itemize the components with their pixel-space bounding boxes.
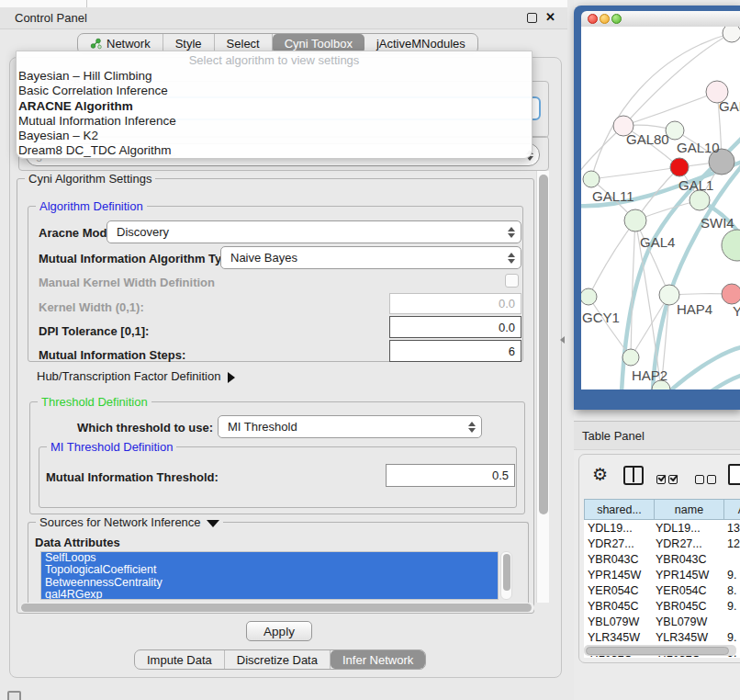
panel-title: Control Panel bbox=[15, 11, 87, 25]
network-canvas[interactable]: GAL GAL80 GAL10 GAL1 GAL11 SWI4 GAL4 GCY… bbox=[581, 27, 740, 390]
dropdown-item[interactable]: Dream8 DC_TDC Algorithm bbox=[17, 143, 532, 158]
mi-threshold-value: 0.5 bbox=[492, 469, 509, 482]
table-cell[interactable]: YBR043C bbox=[656, 551, 707, 567]
tab-discretize-data[interactable]: Discretize Data bbox=[225, 650, 331, 669]
list-item[interactable]: SelfLoops bbox=[41, 552, 498, 564]
node-label: GAL1 bbox=[678, 177, 713, 193]
network-node[interactable] bbox=[583, 171, 600, 187]
dropdown-placeholder: Select algorithm to view settings bbox=[17, 51, 532, 69]
network-node[interactable] bbox=[622, 349, 639, 366]
table-cell[interactable]: YBR045C bbox=[656, 598, 707, 614]
network-node[interactable] bbox=[722, 284, 740, 304]
kernel-width-label: Kernel Width (0,1): bbox=[39, 300, 144, 314]
table-cell[interactable]: 12 bbox=[727, 536, 740, 551]
tab-infer-network[interactable]: Infer Network bbox=[331, 650, 425, 669]
table-cell[interactable]: YDL19... bbox=[656, 520, 701, 536]
tab-label: jActiveMNodules bbox=[376, 37, 465, 51]
manual-kernel-checkbox[interactable] bbox=[505, 274, 519, 288]
minimized-panel-icon[interactable] bbox=[7, 691, 21, 700]
table-cell[interactable]: 9. bbox=[727, 629, 736, 645]
cyni-bottom-tabs: Impute Data Discretize Data Infer Networ… bbox=[134, 649, 426, 670]
table-horizontal-scrollbar[interactable] bbox=[584, 645, 736, 656]
node-table[interactable]: YDL19... YDL19... 13 YDR27... YDR27... 1… bbox=[584, 520, 740, 658]
spinner-icon bbox=[502, 227, 521, 238]
dropdown-item[interactable]: Bayesian – K2 bbox=[17, 129, 532, 143]
table-cell[interactable]: 13 bbox=[727, 520, 740, 536]
mi-steps-field[interactable]: 6 bbox=[389, 340, 521, 362]
network-window-titlebar[interactable] bbox=[581, 11, 740, 27]
dropdown-item[interactable]: Basic Correlation Inference bbox=[17, 84, 532, 98]
apply-button-label: Apply bbox=[263, 625, 295, 638]
select-all-checks-icon[interactable] bbox=[656, 471, 680, 488]
table-cell[interactable]: YLR345W bbox=[588, 629, 640, 645]
table-cell[interactable]: YLR345W bbox=[656, 629, 708, 645]
list-item[interactable]: gal4RGexp bbox=[41, 589, 498, 600]
table-cell[interactable]: YER054C bbox=[656, 582, 707, 598]
table-cell[interactable]: YBR043C bbox=[588, 551, 639, 567]
list-scrollbar[interactable] bbox=[500, 551, 512, 600]
table-cell[interactable]: YDL19... bbox=[588, 520, 633, 536]
mi-threshold-field[interactable]: 0.5 bbox=[386, 464, 515, 487]
table-panel-title: Table Panel bbox=[582, 429, 645, 443]
table-cell[interactable]: YBL079W bbox=[588, 614, 639, 629]
network-node[interactable] bbox=[690, 190, 710, 210]
network-node[interactable] bbox=[624, 209, 646, 231]
table-cell[interactable]: YDR27... bbox=[656, 536, 702, 551]
deselect-all-checks-icon[interactable] bbox=[695, 471, 719, 488]
network-node[interactable] bbox=[723, 27, 740, 42]
table-cell[interactable]: YDR27... bbox=[588, 536, 634, 551]
dropdown-item-selected[interactable]: ARACNE Algorithm bbox=[17, 99, 532, 114]
list-item[interactable]: BetweennessCentrality bbox=[41, 577, 498, 589]
sources-title-text: Sources for Network Inference bbox=[39, 515, 201, 529]
which-threshold-combo[interactable]: MI Threshold bbox=[218, 415, 482, 438]
tab-impute-data[interactable]: Impute Data bbox=[135, 650, 225, 669]
close-traffic-light[interactable] bbox=[588, 14, 598, 24]
settings-vertical-scrollbar[interactable] bbox=[536, 171, 549, 603]
dpi-tolerance-field[interactable]: 0.0 bbox=[389, 316, 521, 338]
mi-algo-type-combo[interactable]: Naive Bayes bbox=[220, 246, 521, 269]
table-cell[interactable]: YBL079W bbox=[656, 614, 707, 629]
list-item[interactable]: TopologicalCoefficient bbox=[41, 564, 498, 576]
dpi-tolerance-label: DPI Tolerance [0,1]: bbox=[39, 324, 149, 338]
table-cell[interactable]: 9. bbox=[727, 598, 736, 614]
data-attributes-list[interactable]: SelfLoops TopologicalCoefficient Between… bbox=[40, 551, 499, 600]
close-icon[interactable]: ✕ bbox=[545, 10, 555, 24]
which-threshold-value: MI Threshold bbox=[228, 420, 297, 434]
table-cell[interactable]: YER054C bbox=[588, 582, 639, 598]
column-header-shared[interactable]: shared... bbox=[584, 499, 655, 520]
column-header-name[interactable]: name bbox=[654, 499, 724, 520]
zoom-traffic-light[interactable] bbox=[611, 14, 622, 24]
minimize-traffic-light[interactable] bbox=[600, 14, 610, 24]
table-cell[interactable]: 9. bbox=[727, 567, 736, 582]
apply-button[interactable]: Apply bbox=[246, 621, 312, 641]
dropdown-item[interactable]: Bayesian – Hill Climbing bbox=[17, 69, 532, 84]
hub-definition-toggle[interactable]: Hub/Transcription Factor Definition bbox=[37, 369, 235, 383]
settings-horizontal-scrollbar[interactable] bbox=[20, 603, 534, 613]
table-cell[interactable]: YPR145W bbox=[656, 567, 709, 582]
node-label: HAP2 bbox=[632, 367, 667, 383]
data-attributes-label: Data Attributes bbox=[35, 536, 120, 549]
settings-group-title: Cyni Algorithm Settings bbox=[25, 172, 155, 186]
mi-threshold-label: Mutual Information Threshold: bbox=[46, 470, 219, 484]
network-node[interactable] bbox=[722, 230, 740, 261]
expand-right-icon bbox=[228, 372, 235, 383]
float-window-icon[interactable] bbox=[527, 13, 537, 23]
panel-splitter[interactable] bbox=[567, 0, 574, 700]
table-cell[interactable]: 8. bbox=[727, 582, 736, 598]
tab-label: Style bbox=[175, 37, 202, 51]
mi-steps-value: 6 bbox=[509, 344, 515, 358]
network-node-gal1[interactable] bbox=[670, 158, 689, 176]
gear-icon[interactable]: ⚙ bbox=[592, 464, 608, 485]
aracne-mode-combo[interactable]: Discovery bbox=[107, 220, 521, 243]
network-node[interactable] bbox=[581, 288, 597, 305]
dropdown-item[interactable]: Mutual Information Inference bbox=[17, 114, 532, 129]
kernel-width-field[interactable]: 0.0 bbox=[389, 293, 521, 314]
splitter-collapse-icon[interactable] bbox=[560, 336, 565, 344]
new-table-icon[interactable] bbox=[728, 464, 740, 485]
table-cell[interactable]: YBR045C bbox=[588, 598, 639, 614]
column-header-clipped[interactable]: A bbox=[723, 499, 740, 520]
table-cell[interactable]: YPR145W bbox=[588, 567, 641, 582]
sources-group-title[interactable]: Sources for Network Inference bbox=[36, 515, 223, 529]
split-view-icon[interactable] bbox=[623, 466, 644, 485]
network-view-window[interactable]: GAL GAL80 GAL10 GAL1 GAL11 SWI4 GAL4 GCY… bbox=[574, 6, 740, 410]
